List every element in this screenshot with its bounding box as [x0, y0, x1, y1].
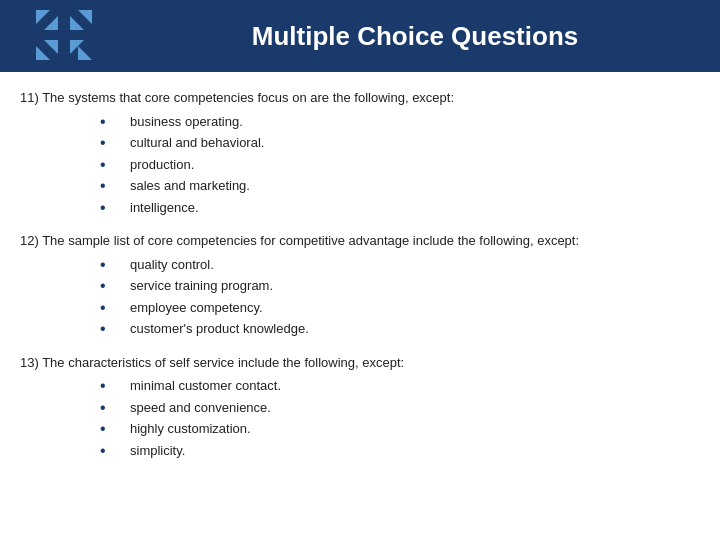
svg-marker-4 — [36, 46, 50, 60]
list-item: intelligence. — [30, 198, 700, 218]
question-13-block: 13) The characteristics of self service … — [20, 353, 700, 461]
list-item: employee competency. — [30, 298, 700, 318]
svg-marker-5 — [44, 40, 58, 54]
list-item: highly customization. — [30, 419, 700, 439]
list-item: sales and marketing. — [30, 176, 700, 196]
list-item: service training program. — [30, 276, 700, 296]
arrow-1 — [33, 8, 61, 32]
question-13-options: minimal customer contact. speed and conv… — [30, 376, 700, 460]
arrow-4 — [67, 38, 95, 62]
question-11-block: 11) The systems that core competencies f… — [20, 88, 700, 217]
svg-marker-2 — [78, 10, 92, 24]
list-item: cultural and behavioral. — [30, 133, 700, 153]
svg-marker-1 — [44, 16, 58, 30]
page-header: Multiple Choice Questions — [0, 0, 720, 72]
list-item: quality control. — [30, 255, 700, 275]
list-item: customer's product knowledge. — [30, 319, 700, 339]
list-item: simplicity. — [30, 441, 700, 461]
page-title: Multiple Choice Questions — [130, 21, 700, 52]
svg-marker-3 — [70, 16, 84, 30]
question-12-block: 12) The sample list of core competencies… — [20, 231, 700, 339]
arrow-3 — [33, 38, 61, 62]
list-item: speed and convenience. — [30, 398, 700, 418]
list-item: production. — [30, 155, 700, 175]
svg-marker-0 — [36, 10, 50, 24]
logo-area — [20, 6, 110, 66]
question-11-text: 11) The systems that core competencies f… — [20, 88, 700, 108]
question-13-text: 13) The characteristics of self service … — [20, 353, 700, 373]
content-area: 11) The systems that core competencies f… — [0, 72, 720, 490]
question-12-options: quality control. service training progra… — [30, 255, 700, 339]
list-item: business operating. — [30, 112, 700, 132]
arrow-2 — [67, 8, 95, 32]
question-12-text: 12) The sample list of core competencies… — [20, 231, 700, 251]
question-11-options: business operating. cultural and behavio… — [30, 112, 700, 218]
svg-marker-6 — [78, 46, 92, 60]
logo-arrows — [33, 8, 97, 64]
list-item: minimal customer contact. — [30, 376, 700, 396]
